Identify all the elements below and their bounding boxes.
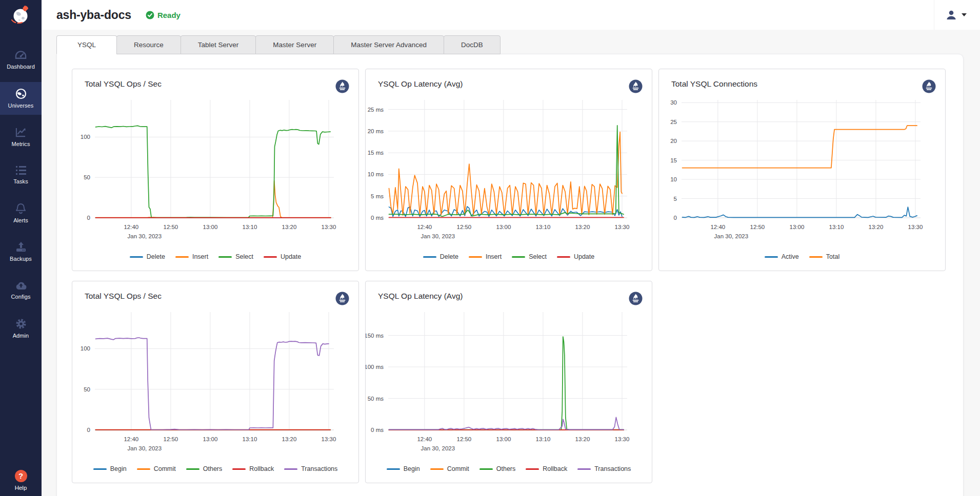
svg-text:13:30: 13:30 [322, 436, 336, 442]
prometheus-link-icon[interactable] [335, 79, 349, 95]
svg-text:25: 25 [670, 119, 677, 125]
sidebar-item-label: Metrics [0, 141, 42, 147]
svg-text:12:40: 12:40 [417, 224, 432, 230]
sidebar-item-alerts[interactable]: Alerts [0, 197, 42, 230]
legend-label: Total [826, 253, 839, 260]
legend-label: Transactions [594, 465, 631, 472]
svg-text:Jan 30, 2023: Jan 30, 2023 [421, 233, 455, 239]
legend-swatch [387, 468, 400, 470]
charts-grid: Total YSQL Ops / Sec 05010012:4012:5013:… [72, 69, 946, 483]
legend-item[interactable]: Total [809, 253, 839, 260]
sidebar-item-backups[interactable]: Backups [0, 236, 42, 268]
header: ash-yba-docs Ready [42, 0, 980, 30]
chart-legend: DeleteInsertSelectUpdate [72, 249, 358, 265]
legend-swatch [557, 256, 570, 258]
prometheus-link-icon[interactable] [335, 292, 349, 307]
legend-swatch [93, 468, 107, 470]
svg-text:13:30: 13:30 [908, 224, 923, 230]
svg-text:5 ms: 5 ms [371, 193, 384, 199]
sidebar-item-tasks[interactable]: Tasks [0, 159, 42, 191]
svg-text:Jan 30, 2023: Jan 30, 2023 [128, 445, 162, 451]
svg-text:12:40: 12:40 [124, 224, 138, 230]
chart-title: Total YSQL Ops / Sec [85, 292, 162, 301]
svg-text:100 ms: 100 ms [366, 364, 384, 370]
legend-item[interactable]: Rollback [232, 465, 274, 472]
tab-master-server[interactable]: Master Server [255, 35, 334, 54]
sidebar-item-dashboard[interactable]: Dashboard [0, 44, 42, 76]
line-chart[interactable]: 05101520253012:4012:5013:0013:1013:2013:… [659, 95, 946, 249]
sidebar-item-metrics[interactable]: Metrics [0, 121, 42, 153]
legend-item[interactable]: Transactions [577, 465, 631, 472]
legend-label: Rollback [249, 465, 274, 472]
legend-item[interactable]: Begin [93, 465, 127, 472]
line-chart[interactable]: 0 ms5 ms10 ms15 ms20 ms25 ms12:4012:5013… [366, 95, 652, 249]
svg-text:13:10: 13:10 [243, 436, 257, 442]
legend-item[interactable]: Select [218, 253, 253, 260]
legend-swatch [577, 468, 591, 470]
legend-item[interactable]: Insert [175, 253, 208, 260]
legend-item[interactable]: Others [186, 465, 223, 472]
chart-card-total-ysql-connections: Total YSQL Connections 05101520253012:40… [658, 69, 946, 271]
svg-text:Jan 30, 2023: Jan 30, 2023 [714, 233, 749, 239]
svg-text:0: 0 [87, 427, 90, 433]
legend-item[interactable]: Others [479, 465, 516, 472]
svg-text:0: 0 [674, 215, 677, 221]
help-label: Help [0, 485, 42, 491]
chart-legend: ActiveTotal [659, 249, 945, 265]
legend-swatch [469, 256, 482, 258]
tab-master-server-advanced[interactable]: Master Server Advanced [333, 35, 444, 54]
svg-text:15: 15 [670, 157, 677, 163]
legend-item[interactable]: Transactions [284, 465, 337, 472]
legend-item[interactable]: Insert [469, 253, 502, 260]
legend-item[interactable]: Active [765, 253, 799, 260]
svg-text:13:20: 13:20 [575, 436, 590, 442]
sidebar-item-admin[interactable]: Admin [0, 312, 42, 345]
tab-docdb[interactable]: DocDB [444, 35, 501, 54]
legend-label: Select [235, 253, 253, 260]
legend-item[interactable]: Commit [430, 465, 469, 472]
tab-resource[interactable]: Resource [116, 35, 181, 54]
line-chart[interactable]: 05010012:4012:5013:0013:1013:2013:30Jan … [72, 307, 359, 461]
sidebar-item-configs[interactable]: Configs [0, 274, 42, 305]
sidebar-item-universes[interactable]: Universes [0, 82, 42, 115]
configs-icon [15, 281, 27, 291]
svg-text:50 ms: 50 ms [368, 396, 384, 402]
legend-item[interactable]: Delete [130, 253, 165, 260]
prometheus-link-icon[interactable] [922, 79, 936, 95]
legend-swatch [264, 256, 277, 258]
svg-text:Jan 30, 2023: Jan 30, 2023 [421, 445, 455, 451]
alerts-icon [15, 203, 26, 214]
sidebar-item-help[interactable]: ? Help [0, 470, 42, 491]
chart-legend: BeginCommitOthersRollbackTransactions [72, 461, 358, 477]
svg-text:12:50: 12:50 [750, 224, 765, 230]
legend-item[interactable]: Commit [137, 465, 176, 472]
legend-swatch [430, 468, 444, 470]
status-label: Ready [157, 11, 181, 19]
legend-label: Commit [154, 465, 176, 472]
dashboard-icon [15, 50, 27, 60]
svg-text:13:20: 13:20 [869, 224, 884, 230]
legend-item[interactable]: Begin [387, 465, 420, 472]
legend-label: Insert [486, 253, 502, 260]
svg-text:13:30: 13:30 [615, 436, 630, 442]
tab-ysql[interactable]: YSQL [56, 35, 117, 54]
svg-text:12:40: 12:40 [710, 224, 725, 230]
legend-item[interactable]: Rollback [526, 465, 567, 472]
tab-tablet-server[interactable]: Tablet Server [181, 35, 256, 54]
svg-text:20: 20 [670, 138, 677, 144]
line-chart[interactable]: 05010012:4012:5013:0013:1013:2013:30Jan … [72, 95, 359, 249]
line-chart[interactable]: 0 ms50 ms100 ms150 ms12:4012:5013:0013:1… [366, 307, 652, 461]
legend-item[interactable]: Select [512, 253, 547, 260]
prometheus-link-icon[interactable] [629, 79, 643, 95]
user-menu[interactable] [934, 0, 980, 30]
sidebar-item-label: Backups [0, 256, 42, 262]
chart-header: Total YSQL Ops / Sec [72, 281, 358, 307]
app-logo[interactable] [0, 0, 42, 30]
legend-item[interactable]: Delete [423, 253, 458, 260]
backups-icon [15, 242, 27, 253]
prometheus-link-icon[interactable] [629, 292, 643, 307]
legend-swatch [130, 256, 143, 258]
legend-swatch [284, 468, 297, 470]
legend-item[interactable]: Update [557, 253, 594, 260]
legend-item[interactable]: Update [264, 253, 301, 260]
